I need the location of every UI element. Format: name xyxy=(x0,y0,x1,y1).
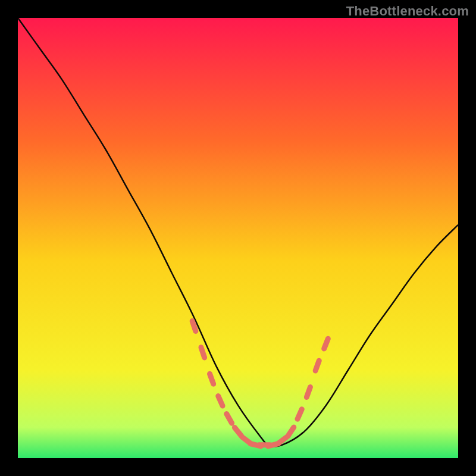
accent-tick xyxy=(218,396,223,406)
accent-tick xyxy=(234,428,241,436)
accent-tick xyxy=(298,409,302,419)
chart-frame xyxy=(18,18,458,458)
accent-tick xyxy=(201,347,205,358)
accent-tick xyxy=(288,427,294,436)
accent-tick xyxy=(192,321,196,331)
accent-tick xyxy=(315,361,319,371)
accent-tick xyxy=(324,339,328,349)
bottleneck-curve xyxy=(18,18,458,446)
accent-tick xyxy=(306,387,310,397)
watermark-text: TheBottleneck.com xyxy=(346,4,469,19)
accent-tick xyxy=(210,374,214,384)
accent-tick xyxy=(227,414,232,424)
bottleneck-curve-svg xyxy=(18,18,458,458)
accent-tick xyxy=(278,437,286,444)
